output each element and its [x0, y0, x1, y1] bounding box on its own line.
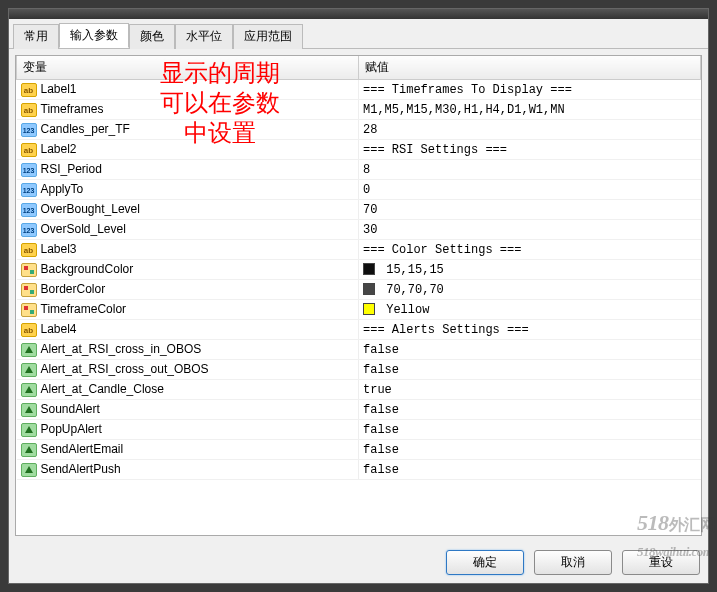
param-name-cell[interactable]: Timeframes [17, 100, 359, 120]
param-name-cell[interactable]: Label4 [17, 320, 359, 340]
param-value-cell[interactable]: 70 [359, 200, 701, 220]
param-name-cell[interactable]: Alert_at_RSI_cross_out_OBOS [17, 360, 359, 380]
param-name: Label3 [41, 242, 77, 256]
bool-type-icon [21, 403, 37, 417]
col-header-value[interactable]: 赋值 [359, 56, 701, 80]
param-value-cell[interactable]: 8 [359, 160, 701, 180]
param-name-cell[interactable]: Label2 [17, 140, 359, 160]
ab-type-icon [21, 103, 37, 117]
param-name-cell[interactable]: Alert_at_RSI_cross_in_OBOS [17, 340, 359, 360]
param-name: OverSold_Level [41, 222, 126, 236]
param-row[interactable]: BorderColor 70,70,70 [17, 280, 701, 300]
tab-4[interactable]: 应用范围 [233, 24, 303, 49]
ab-type-icon [21, 243, 37, 257]
param-value: true [363, 383, 392, 397]
param-value-cell[interactable]: === Color Settings === [359, 240, 701, 260]
param-value: === Alerts Settings === [363, 323, 529, 337]
param-row[interactable]: OverSold_Level 30 [17, 220, 701, 240]
cancel-button[interactable]: 取消 [534, 550, 612, 575]
param-row[interactable]: Label3 === Color Settings === [17, 240, 701, 260]
123-type-icon [21, 163, 37, 177]
param-value-cell[interactable]: === Alerts Settings === [359, 320, 701, 340]
param-row[interactable]: Alert_at_RSI_cross_in_OBOS false [17, 340, 701, 360]
param-name: Alert_at_RSI_cross_in_OBOS [41, 342, 202, 356]
param-value-cell[interactable]: === RSI Settings === [359, 140, 701, 160]
ab-type-icon [21, 323, 37, 337]
bool-type-icon [21, 363, 37, 377]
param-value-cell[interactable]: false [359, 460, 701, 480]
param-name-cell[interactable]: ApplyTo [17, 180, 359, 200]
param-row[interactable]: Label2 === RSI Settings === [17, 140, 701, 160]
param-name-cell[interactable]: OverSold_Level [17, 220, 359, 240]
param-name-cell[interactable]: Label3 [17, 240, 359, 260]
param-name: BorderColor [41, 282, 106, 296]
param-value-cell[interactable]: 0 [359, 180, 701, 200]
param-row[interactable]: RSI_Period 8 [17, 160, 701, 180]
param-value-cell[interactable]: false [359, 400, 701, 420]
param-row[interactable]: Label4 === Alerts Settings === [17, 320, 701, 340]
param-value-cell[interactable]: === Timeframes To Display === [359, 80, 701, 100]
param-value: 70,70,70 [379, 283, 444, 297]
param-name-cell[interactable]: RSI_Period [17, 160, 359, 180]
param-value-cell[interactable]: 28 [359, 120, 701, 140]
ok-button[interactable]: 确定 [446, 550, 524, 575]
param-name-cell[interactable]: BorderColor [17, 280, 359, 300]
param-name: SendAlertPush [41, 462, 121, 476]
param-name-cell[interactable]: Label1 [17, 80, 359, 100]
param-name: SendAlertEmail [41, 442, 124, 456]
param-value-cell[interactable]: false [359, 340, 701, 360]
param-row[interactable]: Alert_at_Candle_Close true [17, 380, 701, 400]
param-name-cell[interactable]: BackgroundColor [17, 260, 359, 280]
tab-1[interactable]: 输入参数 [59, 23, 129, 48]
param-value: 15,15,15 [379, 263, 444, 277]
param-name: Label4 [41, 322, 77, 336]
param-row[interactable]: SendAlertPush false [17, 460, 701, 480]
param-name: ApplyTo [41, 182, 84, 196]
param-value-cell[interactable]: 15,15,15 [359, 260, 701, 280]
param-name-cell[interactable]: SoundAlert [17, 400, 359, 420]
param-row[interactable]: Timeframes M1,M5,M15,M30,H1,H4,D1,W1,MN [17, 100, 701, 120]
tab-0[interactable]: 常用 [13, 24, 59, 49]
param-value-cell[interactable]: Yellow [359, 300, 701, 320]
tab-3[interactable]: 水平位 [175, 24, 233, 49]
param-name: SoundAlert [41, 402, 100, 416]
param-name-cell[interactable]: Candles_per_TF [17, 120, 359, 140]
param-value-cell[interactable]: 70,70,70 [359, 280, 701, 300]
param-row[interactable]: Label1 === Timeframes To Display === [17, 80, 701, 100]
param-value-cell[interactable]: false [359, 420, 701, 440]
param-value: 70 [363, 203, 377, 217]
param-row[interactable]: PopUpAlert false [17, 420, 701, 440]
param-row[interactable]: Alert_at_RSI_cross_out_OBOS false [17, 360, 701, 380]
param-name-cell[interactable]: SendAlertPush [17, 460, 359, 480]
param-value: false [363, 463, 399, 477]
param-name-cell[interactable]: Alert_at_Candle_Close [17, 380, 359, 400]
param-value-cell[interactable]: false [359, 360, 701, 380]
param-row[interactable]: ApplyTo 0 [17, 180, 701, 200]
param-value-cell[interactable]: false [359, 440, 701, 460]
param-row[interactable]: SendAlertEmail false [17, 440, 701, 460]
param-name-cell[interactable]: SendAlertEmail [17, 440, 359, 460]
param-name-cell[interactable]: PopUpAlert [17, 420, 359, 440]
param-value: false [363, 443, 399, 457]
param-row[interactable]: BackgroundColor 15,15,15 [17, 260, 701, 280]
color-swatch [363, 303, 375, 315]
col-header-name[interactable]: 变量 [17, 56, 359, 80]
param-name-cell[interactable]: OverBought_Level [17, 200, 359, 220]
param-name-cell[interactable]: TimeframeColor [17, 300, 359, 320]
tab-2[interactable]: 颜色 [129, 24, 175, 49]
param-row[interactable]: Candles_per_TF 28 [17, 120, 701, 140]
param-row[interactable]: SoundAlert false [17, 400, 701, 420]
param-value-cell[interactable]: M1,M5,M15,M30,H1,H4,D1,W1,MN [359, 100, 701, 120]
parameters-grid[interactable]: 变量 赋值 Label1 === Timeframes To Display =… [15, 55, 702, 536]
param-name: BackgroundColor [41, 262, 134, 276]
param-value-cell[interactable]: true [359, 380, 701, 400]
param-name: Alert_at_RSI_cross_out_OBOS [41, 362, 209, 376]
param-row[interactable]: OverBought_Level 70 [17, 200, 701, 220]
param-value-cell[interactable]: 30 [359, 220, 701, 240]
color-swatch [363, 263, 375, 275]
reset-button[interactable]: 重设 [622, 550, 700, 575]
param-name: Label1 [41, 82, 77, 96]
param-value: 8 [363, 163, 370, 177]
param-row[interactable]: TimeframeColor Yellow [17, 300, 701, 320]
param-value: false [363, 423, 399, 437]
